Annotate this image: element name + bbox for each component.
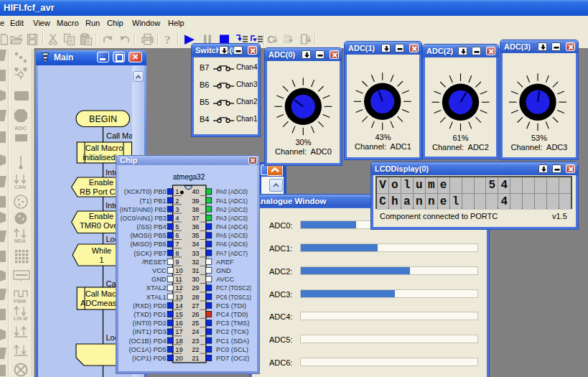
svg-text:?: ? xyxy=(164,33,171,47)
svg-text:ADC: ADC xyxy=(14,125,27,131)
svg-text:16: 16 xyxy=(175,320,182,327)
svg-text:While: While xyxy=(92,246,112,255)
svg-text:2: 2 xyxy=(175,197,179,205)
svg-text:GND: GND xyxy=(151,276,167,283)
svg-text:01: 01 xyxy=(284,39,289,44)
svg-text:(INT1) PD3: (INT1) PD3 xyxy=(133,328,167,335)
svg-text:(RXD) PD0: (RXD) PD0 xyxy=(133,302,167,309)
svg-text:9: 9 xyxy=(175,259,179,266)
svg-text:23: 23 xyxy=(192,338,199,345)
svg-text:(MOSI) PB5: (MOSI) PB5 xyxy=(130,232,166,239)
svg-text:10: 10 xyxy=(175,267,182,274)
svg-text:27: 27 xyxy=(192,302,199,309)
svg-text:PD7 (OC2): PD7 (OC2) xyxy=(216,355,249,362)
svg-text:5: 5 xyxy=(175,223,179,231)
svg-text:33: 33 xyxy=(192,250,199,257)
svg-text:LIN M: LIN M xyxy=(14,316,27,321)
svg-text:PWM: PWM xyxy=(14,299,26,304)
svg-text:PA6 (ADC6): PA6 (ADC6) xyxy=(216,241,248,248)
svg-text:PC1 (SDA): PC1 (SDA) xyxy=(216,338,249,345)
svg-text:GND: GND xyxy=(216,267,231,274)
svg-text:24: 24 xyxy=(192,328,199,335)
svg-text:35: 35 xyxy=(192,232,199,239)
svg-text:(ICP1) PD6: (ICP1) PD6 xyxy=(132,355,167,362)
svg-text:CAN: CAN xyxy=(14,184,26,190)
svg-text:PA0 (ADC0): PA0 (ADC0) xyxy=(216,188,248,195)
svg-text:11: 11 xyxy=(175,276,182,283)
svg-text:XTAL2: XTAL2 xyxy=(146,284,167,292)
svg-text:(SCK) PB7: (SCK) PB7 xyxy=(134,250,166,257)
svg-text:PA7 (ADC7): PA7 (ADC7) xyxy=(216,250,248,257)
svg-text:atmega32: atmega32 xyxy=(173,173,205,181)
svg-text:PC3 (TMS): PC3 (TMS) xyxy=(216,320,250,327)
svg-text:19: 19 xyxy=(175,346,182,353)
svg-text:Call Mac: Call Mac xyxy=(106,131,132,140)
svg-text:PC0 (SCL): PC0 (SCL) xyxy=(216,346,248,353)
svg-text:28: 28 xyxy=(192,294,199,301)
svg-text:(INT2/AIN0) PB2: (INT2/AIN0) PB2 xyxy=(120,206,167,213)
svg-text:26: 26 xyxy=(192,311,199,318)
svg-text:PC5 (TDI): PC5 (TDI) xyxy=(216,302,246,309)
svg-text:7: 7 xyxy=(175,241,179,248)
svg-text:20: 20 xyxy=(175,355,182,362)
svg-text:/RESET: /RESET xyxy=(142,259,167,266)
svg-text:(/SS) PB4: (/SS) PB4 xyxy=(136,223,166,231)
svg-text:PC7 (TOSC2): PC7 (TOSC2) xyxy=(216,284,251,292)
svg-text:XTAL1: XTAL1 xyxy=(146,294,167,301)
svg-text:25: 25 xyxy=(192,320,199,327)
svg-text:VCC: VCC xyxy=(152,267,167,274)
svg-text:40: 40 xyxy=(192,188,199,195)
svg-text:PA3 (ADC3): PA3 (ADC3) xyxy=(216,215,248,222)
svg-text:AREF: AREF xyxy=(216,259,234,266)
svg-text:37: 37 xyxy=(192,215,199,222)
svg-text:30: 30 xyxy=(192,276,199,283)
svg-text:AVCC: AVCC xyxy=(216,276,234,283)
svg-text:8: 8 xyxy=(175,250,179,257)
svg-text:32: 32 xyxy=(192,259,199,266)
svg-text:34: 34 xyxy=(192,241,199,248)
svg-text:(OC0/AIN1) PB3: (OC0/AIN1) PB3 xyxy=(121,215,167,222)
svg-text:Enable: Enable xyxy=(89,212,113,220)
svg-text:18: 18 xyxy=(175,338,182,345)
svg-text:4: 4 xyxy=(175,215,179,222)
svg-text:PA5 (ADC5): PA5 (ADC5) xyxy=(216,232,248,239)
svg-text:Call Macro: Call Macro xyxy=(85,144,123,152)
svg-text:22: 22 xyxy=(192,346,199,353)
svg-text:PA2 (ADC2): PA2 (ADC2) xyxy=(216,206,248,213)
svg-text:(OC1A) PD5: (OC1A) PD5 xyxy=(129,346,166,353)
svg-text:17: 17 xyxy=(175,328,182,335)
svg-text:PC4 (TD0): PC4 (TD0) xyxy=(216,311,248,318)
svg-text:14: 14 xyxy=(175,302,182,309)
svg-text:C: C xyxy=(267,33,275,45)
svg-text:(INT0) PD2: (INT0) PD2 xyxy=(133,320,167,327)
svg-text:10: 10 xyxy=(284,34,289,39)
svg-text:BEGIN: BEGIN xyxy=(89,114,117,124)
svg-text:12: 12 xyxy=(175,284,182,292)
svg-text:6: 6 xyxy=(175,232,179,239)
svg-text:21: 21 xyxy=(192,355,199,362)
svg-text:PA1 (ADC1): PA1 (ADC1) xyxy=(216,197,248,205)
svg-text:38: 38 xyxy=(192,206,199,213)
svg-text:PC2 (TCK): PC2 (TCK) xyxy=(216,328,248,335)
svg-text:3: 3 xyxy=(175,206,179,213)
svg-text:PA4 (ADC4): PA4 (ADC4) xyxy=(216,223,248,231)
svg-text:31: 31 xyxy=(192,267,199,274)
svg-text:Enable: Enable xyxy=(89,178,113,187)
svg-text:1: 1 xyxy=(99,256,103,264)
svg-text:(MISO) PB6: (MISO) PB6 xyxy=(130,241,166,248)
svg-text:39: 39 xyxy=(192,197,199,205)
svg-text:1: 1 xyxy=(175,188,179,195)
svg-text:13: 13 xyxy=(175,294,182,301)
svg-text:(TXD) PD1: (TXD) PD1 xyxy=(134,311,166,318)
svg-text:(XCK/T0) PB0: (XCK/T0) PB0 xyxy=(124,188,167,195)
svg-text:(T1) PB1: (T1) PB1 xyxy=(139,197,166,205)
svg-text:MDA: MDA xyxy=(14,238,26,243)
svg-text:29: 29 xyxy=(192,284,199,292)
svg-text:PC6 (TOSC1): PC6 (TOSC1) xyxy=(216,294,251,301)
svg-text:36: 36 xyxy=(192,223,199,231)
svg-text:(OC1B) PD4: (OC1B) PD4 xyxy=(129,338,166,345)
svg-text:15: 15 xyxy=(175,311,182,318)
